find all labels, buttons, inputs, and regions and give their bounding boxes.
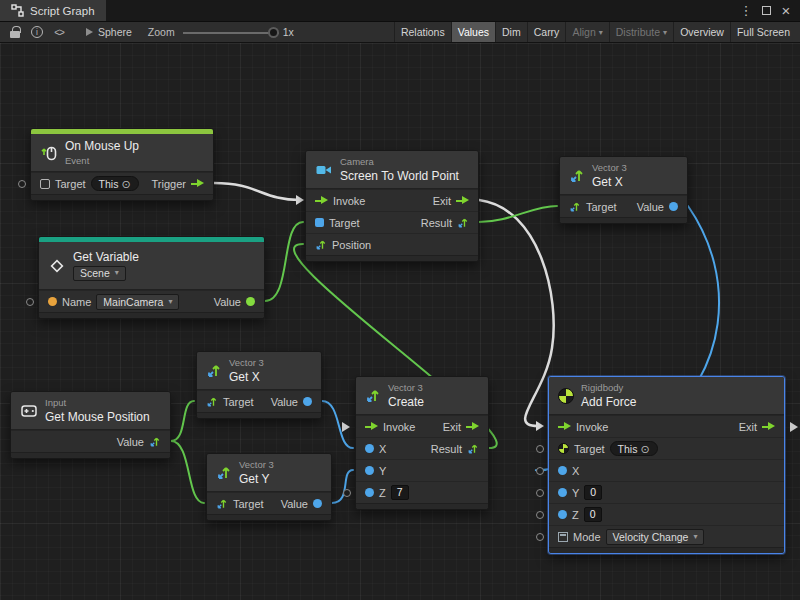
port-x[interactable]: [558, 466, 567, 475]
dim-button[interactable]: Dim: [495, 22, 527, 42]
carry-button[interactable]: Carry: [527, 22, 566, 42]
lock-icon: [10, 31, 20, 38]
wire-arrowhead: [536, 421, 544, 431]
this-chip[interactable]: This: [610, 441, 658, 456]
y-value-field[interactable]: 0: [584, 485, 602, 500]
port-name[interactable]: [26, 298, 34, 306]
vector3-port-icon[interactable]: [216, 498, 228, 510]
maximize-icon: [762, 6, 771, 15]
port-y[interactable]: [365, 466, 374, 475]
port-exit[interactable]: [762, 422, 775, 431]
port-exit[interactable]: [466, 422, 479, 431]
align-dropdown[interactable]: Align: [565, 22, 608, 42]
port-z[interactable]: [558, 510, 567, 519]
port-value[interactable]: [313, 499, 322, 508]
vector3-port-icon[interactable]: [457, 217, 469, 229]
port-value[interactable]: [303, 397, 312, 406]
this-chip-label: This: [99, 178, 119, 190]
port-mode-edge[interactable]: [536, 533, 544, 541]
node-vector3-create[interactable]: Vector 3 Create Invoke Exit X Result: [355, 376, 489, 510]
value-label: Value: [637, 201, 664, 213]
node-get-x-mid[interactable]: Vector 3 Get X Target Value: [196, 351, 322, 419]
node-get-variable[interactable]: Get Variable Scene Name MainCamera Value: [38, 236, 265, 319]
port-value[interactable]: [669, 202, 678, 211]
fullscreen-button[interactable]: Full Screen: [730, 22, 796, 42]
port-invoke[interactable]: [558, 422, 571, 431]
node-type: Rigidbody: [581, 382, 636, 393]
port-exit[interactable]: [456, 196, 469, 205]
result-label: Result: [431, 443, 462, 455]
node-on-mouse-up[interactable]: On Mouse Up Event Target This Trigger: [30, 128, 214, 201]
target-label: Target: [55, 178, 86, 190]
node-get-x-top[interactable]: Vector 3 Get X Target Value: [559, 156, 688, 224]
node-title: Get X: [229, 370, 264, 384]
node-type: Input: [45, 397, 150, 408]
zoom-slider-knob[interactable]: [268, 27, 279, 38]
name-label: Name: [62, 296, 91, 308]
port-x-edge[interactable]: [536, 467, 544, 475]
vector3-port-icon[interactable]: [149, 436, 161, 448]
node-screen-to-world-point[interactable]: Camera Screen To World Point Invoke Exit…: [305, 150, 479, 262]
port-z-edge[interactable]: [343, 489, 351, 497]
y-label: Y: [572, 487, 579, 499]
port-x[interactable]: [365, 444, 374, 453]
relations-button[interactable]: Relations: [394, 22, 451, 42]
code-icon: [54, 26, 64, 38]
lock-button[interactable]: [4, 24, 26, 41]
values-button[interactable]: Values: [451, 22, 495, 42]
port-invoke-marker[interactable]: [342, 422, 350, 432]
vector3-port-icon[interactable]: [569, 201, 581, 213]
port-z[interactable]: [365, 488, 374, 497]
vector3-icon: [206, 363, 222, 379]
close-button[interactable]: [776, 0, 796, 21]
variable-scope-dropdown[interactable]: Scene: [73, 266, 126, 281]
gameobject-icon: [40, 179, 50, 189]
z-value-field[interactable]: 0: [584, 507, 602, 522]
wire-gety-to-create-y: [332, 470, 353, 503]
node-get-mouse-position[interactable]: Input Get Mouse Position Value: [10, 391, 171, 459]
vector3-port-icon[interactable]: [467, 443, 479, 455]
x-label: X: [379, 443, 386, 455]
code-button[interactable]: [48, 24, 70, 41]
mode-dropdown[interactable]: Velocity Change: [606, 529, 705, 545]
z-value-field[interactable]: 7: [391, 485, 409, 500]
node-get-y[interactable]: Vector 3 Get Y Target Value: [206, 453, 332, 521]
tab-script-graph[interactable]: Script Graph: [0, 0, 106, 21]
port-invoke[interactable]: [365, 422, 378, 431]
mouse-icon: [40, 144, 58, 162]
port-value[interactable]: [246, 297, 255, 306]
vector3-port-icon[interactable]: [315, 239, 327, 251]
node-type: Vector 3: [239, 459, 274, 470]
node-footer: [207, 514, 331, 520]
port-z-edge[interactable]: [536, 511, 544, 519]
this-chip[interactable]: This: [91, 176, 139, 191]
wire-result-to-getx: [479, 206, 557, 222]
variable-name-value: MainCamera: [103, 296, 163, 308]
z-label: Z: [572, 509, 579, 521]
info-button[interactable]: [26, 24, 48, 41]
variable-name-dropdown[interactable]: MainCamera: [96, 294, 179, 310]
overview-button[interactable]: Overview: [673, 22, 730, 42]
port-target-edge[interactable]: [536, 445, 544, 453]
window-controls: [736, 0, 800, 21]
vector3-icon: [569, 168, 585, 184]
menu-dots-icon[interactable]: [736, 0, 756, 21]
port-invoke[interactable]: [315, 196, 328, 205]
graph-canvas[interactable]: On Mouse Up Event Target This Trigger: [0, 43, 800, 600]
distribute-dropdown[interactable]: Distribute: [609, 22, 673, 42]
result-label: Result: [421, 217, 452, 229]
unity-script-graph-window: Script Graph Sphere Zoom 1x Relations Va…: [0, 0, 800, 600]
port-target[interactable]: [18, 180, 26, 188]
self-target-icon: [121, 178, 130, 190]
vector3-port-icon[interactable]: [206, 396, 218, 408]
camera-port-icon[interactable]: [315, 218, 324, 227]
maximize-button[interactable]: [756, 0, 776, 21]
port-y[interactable]: [558, 488, 567, 497]
port-trigger[interactable]: [191, 179, 204, 188]
vector3-icon: [365, 388, 381, 404]
node-add-force[interactable]: Rigidbody Add Force Invoke Exit Target T…: [548, 376, 785, 554]
port-y-edge[interactable]: [536, 489, 544, 497]
zoom-slider[interactable]: [183, 24, 279, 41]
graph-icon: [11, 4, 24, 17]
port-exit-marker[interactable]: [790, 422, 798, 432]
